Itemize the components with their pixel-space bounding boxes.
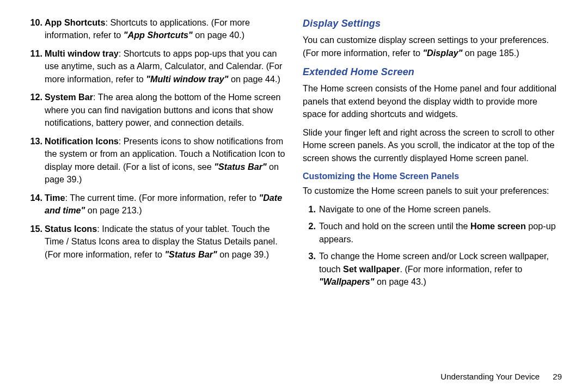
term: Multi window tray <box>45 48 119 58</box>
item-number: 10. <box>26 16 45 42</box>
item-number: 11. <box>26 47 45 85</box>
cross-reference: "Status Bar" <box>214 162 266 171</box>
item-text: Time: The current time. (For more inform… <box>45 192 285 217</box>
item-text: Status Icons: Indicate the status of you… <box>45 223 285 261</box>
bold-term: Home screen <box>470 221 526 231</box>
cross-reference: "Date and time" <box>45 193 282 215</box>
cross-reference: "Wallpapers" <box>319 277 374 286</box>
footer-section-title: Understanding Your Device <box>440 372 540 381</box>
paragraph: You can customize display screen setting… <box>303 34 562 59</box>
columns-container: 10.App Shortcuts: Shortcuts to applicati… <box>26 16 562 364</box>
step-item: 2.Touch and hold on the screen until the… <box>303 220 562 246</box>
item-text: System Bar: The area along the bottom of… <box>45 91 285 129</box>
heading-customizing-panels: Customizing the Home Screen Panels <box>303 170 562 182</box>
list-item: 13.Notification Icons: Presents icons to… <box>26 135 285 186</box>
numbered-list: 10.App Shortcuts: Shortcuts to applicati… <box>26 16 285 261</box>
cross-reference: "Display" <box>422 48 462 58</box>
text: on page 185.) <box>462 48 519 58</box>
step-number: 1. <box>303 203 319 216</box>
step-text: Navigate to one of the Home screen panel… <box>319 203 562 216</box>
term: App Shortcuts <box>45 17 106 27</box>
term: Notification Icons <box>45 136 119 146</box>
page-footer: Understanding Your Device 29 <box>26 364 562 381</box>
heading-extended-home-screen: Extended Home Screen <box>303 65 562 79</box>
step-number: 3. <box>303 250 319 288</box>
list-item: 10.App Shortcuts: Shortcuts to applicati… <box>26 16 285 42</box>
term: Status Icons <box>45 224 97 234</box>
list-item: 11.Multi window tray: Shortcuts to apps … <box>26 47 285 85</box>
item-number: 15. <box>26 223 45 261</box>
document-page: 10.App Shortcuts: Shortcuts to applicati… <box>0 0 588 392</box>
cross-reference: "App Shortcuts" <box>124 30 193 40</box>
item-text: Multi window tray: Shortcuts to apps pop… <box>45 47 285 85</box>
footer-page-number: 29 <box>553 372 562 381</box>
paragraph: To customize the Home screen panels to s… <box>303 185 562 197</box>
bold-term: Set wallpaper <box>343 264 400 274</box>
paragraph: The Home screen consists of the Home pan… <box>303 82 562 120</box>
item-number: 14. <box>26 192 45 217</box>
item-text: Notification Icons: Presents icons to sh… <box>45 135 285 186</box>
item-number: 12. <box>26 91 45 129</box>
list-item: 12.System Bar: The area along the bottom… <box>26 91 285 129</box>
step-item: 1.Navigate to one of the Home screen pan… <box>303 203 562 216</box>
step-number: 2. <box>303 220 319 246</box>
paragraph: Slide your finger left and right across … <box>303 126 562 164</box>
step-text: Touch and hold on the screen until the H… <box>319 220 562 246</box>
list-item: 15.Status Icons: Indicate the status of … <box>26 223 285 261</box>
right-column: Display Settings You can customize displ… <box>303 16 562 364</box>
left-column: 10.App Shortcuts: Shortcuts to applicati… <box>26 16 285 364</box>
term: Time <box>45 193 65 203</box>
step-item: 3.To change the Home screen and/or Lock … <box>303 250 562 288</box>
item-text: App Shortcuts: Shortcuts to applications… <box>45 16 285 42</box>
cross-reference: "Status Bar" <box>164 249 217 259</box>
step-text: To change the Home screen and/or Lock sc… <box>319 250 562 288</box>
term: System Bar <box>45 92 93 102</box>
list-item: 14.Time: The current time. (For more inf… <box>26 192 285 217</box>
cross-reference: "Multi window tray" <box>146 74 228 84</box>
heading-display-settings: Display Settings <box>303 16 562 30</box>
steps-list: 1.Navigate to one of the Home screen pan… <box>303 203 562 289</box>
item-number: 13. <box>26 135 45 186</box>
